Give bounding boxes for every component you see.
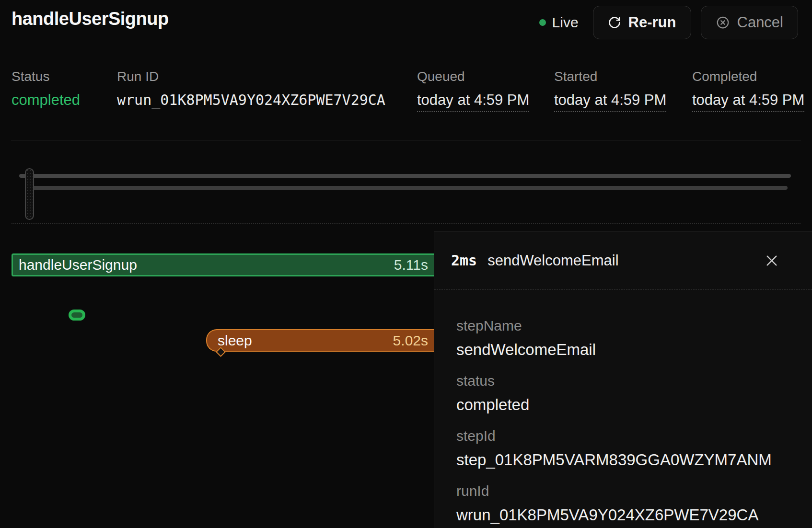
panel-close-button[interactable] bbox=[761, 250, 782, 271]
status-value: completed bbox=[12, 92, 80, 109]
meta-completed: Completed today at 4:59 PM bbox=[692, 69, 804, 112]
close-icon bbox=[764, 253, 779, 268]
status-label: Status bbox=[12, 69, 80, 84]
live-toggle[interactable]: Live bbox=[539, 14, 579, 31]
cancel-label: Cancel bbox=[737, 14, 784, 31]
function-bar-duration: 5.11s bbox=[394, 257, 428, 273]
cancel-button[interactable]: Cancel bbox=[701, 6, 799, 39]
run-id-label: Run ID bbox=[117, 69, 385, 84]
field-label: runId bbox=[456, 483, 790, 499]
completed-label: Completed bbox=[692, 69, 804, 84]
rerun-button[interactable]: Re-run bbox=[593, 6, 691, 39]
field-run-id: runId wrun_01K8PM5VA9Y024XZ6PWE7V29CA bbox=[456, 483, 790, 525]
field-value: wrun_01K8PM5VA9Y024XZ6PWE7V29CA bbox=[456, 505, 790, 525]
started-value: today at 4:59 PM bbox=[554, 92, 666, 112]
step-detail-panel: 2ms sendWelcomeEmail stepName sendWelcom… bbox=[434, 231, 812, 528]
field-step-id: stepId step_01K8PM5VARM839GGA0WZYM7ANM bbox=[456, 428, 790, 470]
refresh-icon bbox=[608, 16, 621, 29]
gantt-bar-sleep[interactable]: sleep 5.02s bbox=[206, 329, 434, 352]
panel-step-duration: 2ms bbox=[451, 252, 477, 269]
circle-x-icon bbox=[716, 15, 730, 30]
minimap-bar-function[interactable] bbox=[19, 174, 791, 178]
panel-step-title: sendWelcomeEmail bbox=[487, 252, 761, 269]
field-value: completed bbox=[456, 395, 790, 414]
function-bar-label: handleUserSignup bbox=[19, 257, 137, 273]
panel-body: stepName sendWelcomeEmail status complet… bbox=[434, 290, 812, 525]
meta-status: Status completed bbox=[12, 69, 80, 109]
meta-run-id: Run ID wrun_01K8PM5VA9Y024XZ6PWE7V29CA bbox=[117, 69, 385, 109]
meta-queued: Queued today at 4:59 PM bbox=[417, 69, 529, 112]
sleep-bar-duration: 5.02s bbox=[393, 333, 428, 349]
rerun-label: Re-run bbox=[628, 14, 676, 31]
gantt-step-pill[interactable] bbox=[69, 310, 85, 321]
page-title: handleUserSignup bbox=[12, 9, 169, 29]
field-status: status completed bbox=[456, 373, 790, 414]
gantt-bar-function[interactable]: handleUserSignup 5.11s bbox=[12, 253, 434, 276]
field-step-name: stepName sendWelcomeEmail bbox=[456, 318, 790, 359]
queued-label: Queued bbox=[417, 69, 529, 84]
field-label: stepName bbox=[456, 318, 790, 334]
field-label: status bbox=[456, 373, 790, 389]
field-value: step_01K8PM5VARM839GGA0WZYM7ANM bbox=[456, 450, 790, 470]
sleep-bar-label: sleep bbox=[218, 333, 252, 349]
minimap-bar-step[interactable] bbox=[30, 186, 788, 190]
run-id-value: wrun_01K8PM5VA9Y024XZ6PWE7V29CA bbox=[117, 92, 385, 109]
header-actions: Live Re-run Cancel bbox=[539, 6, 798, 39]
section-divider bbox=[11, 140, 801, 140]
live-label: Live bbox=[552, 14, 579, 31]
timeline-scrubber-handle[interactable] bbox=[25, 168, 34, 220]
field-label: stepId bbox=[456, 428, 790, 444]
completed-value: today at 4:59 PM bbox=[692, 92, 804, 112]
chart-divider bbox=[12, 223, 800, 224]
live-dot-icon bbox=[539, 19, 546, 26]
panel-header: 2ms sendWelcomeEmail bbox=[434, 231, 812, 290]
field-value: sendWelcomeEmail bbox=[456, 340, 790, 359]
meta-started: Started today at 4:59 PM bbox=[554, 69, 666, 112]
started-label: Started bbox=[554, 69, 666, 84]
queued-value: today at 4:59 PM bbox=[417, 92, 529, 112]
